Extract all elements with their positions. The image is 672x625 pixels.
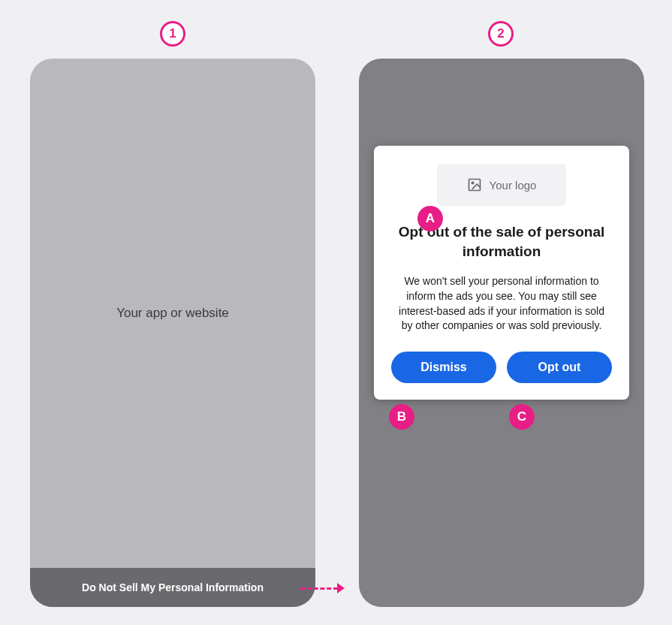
arrow-line (300, 587, 338, 590)
dismiss-button-label: Dismiss (420, 361, 466, 373)
opt-out-button[interactable]: Opt out (507, 352, 612, 383)
logo-placeholder-text: Your logo (490, 179, 537, 192)
annotation-label: C (517, 409, 526, 424)
annotation-label: B (397, 409, 406, 424)
svg-point-1 (472, 182, 474, 184)
opt-out-button-label: Opt out (538, 361, 581, 373)
opt-out-modal: Your logo Opt out of the sale of persona… (374, 146, 629, 400)
do-not-sell-link[interactable]: Do Not Sell My Personal Information (30, 568, 315, 607)
image-icon (467, 177, 482, 192)
step-badge-1: 1 (160, 21, 185, 47)
logo-placeholder: Your logo (437, 164, 566, 206)
step-number: 1 (169, 26, 176, 41)
app-placeholder-area: Your app or website (30, 59, 315, 568)
step-number: 2 (497, 26, 504, 41)
arrow-head-icon (337, 583, 345, 593)
modal-button-row: Dismiss Opt out (389, 352, 614, 383)
annotation-c: C (509, 404, 535, 430)
annotation-b: B (389, 404, 414, 430)
do-not-sell-link-label: Do Not Sell My Personal Information (82, 581, 264, 593)
dismiss-button[interactable]: Dismiss (391, 352, 496, 383)
flow-arrow (300, 583, 345, 593)
annotation-a: A (417, 206, 443, 231)
step-badge-2: 2 (488, 21, 514, 47)
screen-1: Your app or website Do Not Sell My Perso… (30, 59, 315, 607)
app-placeholder-text: Your app or website (116, 306, 229, 321)
annotation-label: A (426, 211, 435, 226)
screen-2: Your logo Opt out of the sale of persona… (359, 59, 644, 607)
modal-body-text: We won't sell your personal information … (389, 274, 614, 333)
